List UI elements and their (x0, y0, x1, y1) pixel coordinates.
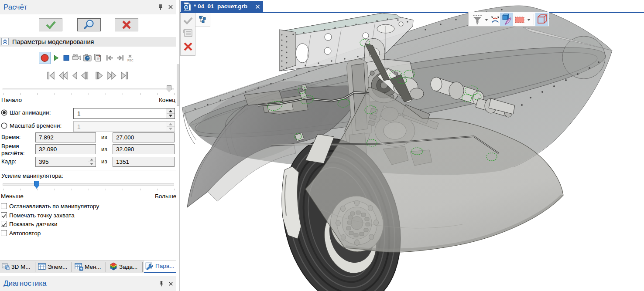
svg-text:REC: REC (127, 59, 134, 62)
